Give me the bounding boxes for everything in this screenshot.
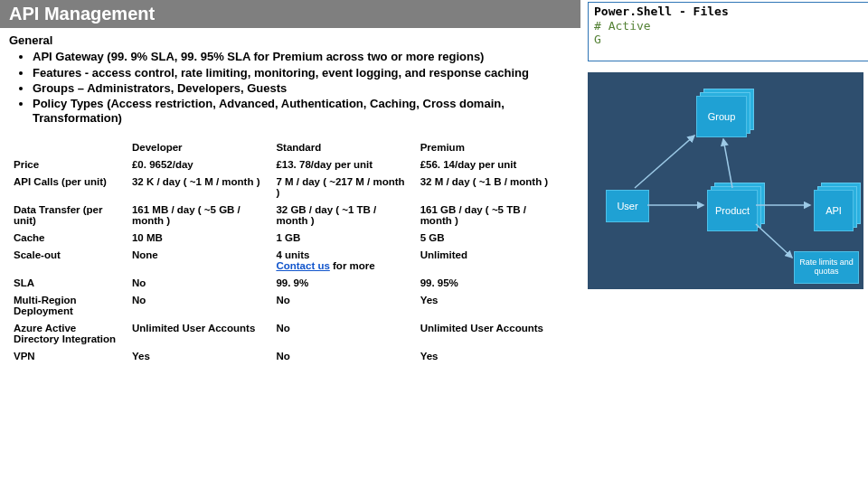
bullet-item: Features - access control, rate limiting… bbox=[33, 66, 570, 80]
table-row: Data Transfer (per unit) 161 MB / day ( … bbox=[8, 201, 559, 229]
table-row: Multi-Region Deployment No No Yes bbox=[8, 291, 559, 319]
general-bullets: API Gateway (99. 9% SLA, 99. 95% SLA for… bbox=[9, 50, 570, 126]
architecture-diagram: Group User Product API Rate limits and q… bbox=[588, 72, 863, 289]
code-box-title: Power.Shell - Files bbox=[594, 5, 865, 19]
table-row: VPN Yes No Yes bbox=[8, 347, 559, 364]
code-line-1: # Active bbox=[594, 19, 865, 33]
svg-line-3 bbox=[723, 139, 732, 188]
col-premium: Premium bbox=[414, 138, 558, 155]
table-row: SLA No 99. 9% 99. 95% bbox=[8, 274, 559, 291]
table-row: Price £0. 9652/day £13. 78/day per unit … bbox=[8, 155, 559, 173]
powershell-code-box: Power.Shell - Files # Active G bbox=[588, 2, 868, 61]
bullet-item: Policy Types (Access restriction, Advanc… bbox=[33, 97, 570, 127]
page-title: API Management bbox=[0, 0, 580, 28]
table-row: Scale-out None 4 units Contact us for mo… bbox=[8, 246, 559, 274]
table-row: Cache 10 MB 1 GB 5 GB bbox=[8, 229, 559, 246]
table-row: API Calls (per unit) 32 K / day ( ~1 M /… bbox=[8, 173, 559, 201]
col-developer: Developer bbox=[126, 138, 269, 155]
contact-us-link[interactable]: Contact us bbox=[276, 260, 329, 271]
col-standard: Standard bbox=[270, 138, 414, 155]
svg-line-4 bbox=[756, 224, 792, 258]
diagram-arrows bbox=[588, 72, 863, 289]
table-row: Azure Active Directory Integration Unlim… bbox=[8, 319, 559, 347]
bullet-item: Groups – Administrators, Developers, Gue… bbox=[33, 81, 570, 96]
general-section: General API Gateway (99. 9% SLA, 99. 95%… bbox=[0, 28, 579, 129]
general-heading: General bbox=[9, 33, 570, 48]
svg-line-2 bbox=[635, 136, 694, 188]
code-line-2: G bbox=[594, 33, 865, 47]
pricing-table: Developer Standard Premium Price £0. 965… bbox=[7, 138, 559, 365]
scaleout-standard-cell: 4 units Contact us for more bbox=[270, 246, 414, 274]
bullet-item: API Gateway (99. 9% SLA, 99. 95% SLA for… bbox=[33, 50, 570, 64]
table-header-row: Developer Standard Premium bbox=[8, 138, 559, 155]
